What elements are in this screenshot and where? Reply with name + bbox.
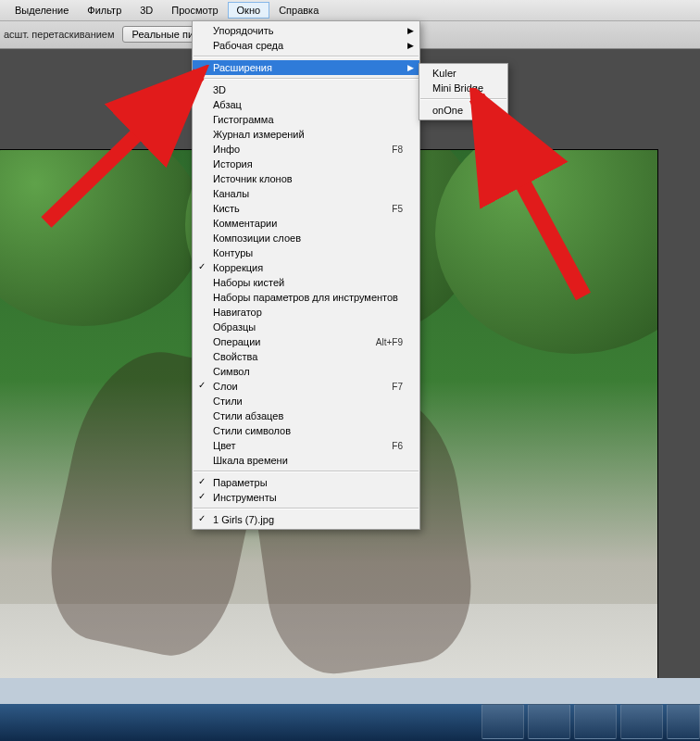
menu-row[interactable]: Журнал измерений xyxy=(193,127,419,142)
taskbar-button[interactable] xyxy=(481,704,524,739)
menu-row-label: Каналы xyxy=(213,188,249,199)
annotation-arrow-right xyxy=(454,88,611,310)
menu-separator xyxy=(194,508,419,509)
menu-row-label: Наборы параметров для инструментов xyxy=(213,292,398,303)
menu-row[interactable]: История xyxy=(193,157,419,171)
menu-row[interactable]: Рабочая среда▶ xyxy=(193,38,419,53)
window-gap xyxy=(0,678,700,704)
menu-row[interactable]: ✓Коррекция xyxy=(193,260,419,275)
menu-row-label: Свойства xyxy=(213,351,257,362)
svg-line-0 xyxy=(46,74,199,222)
menu-separator xyxy=(194,56,419,57)
menu-row-label: Символ xyxy=(213,366,250,377)
menu-row[interactable]: Контуры xyxy=(193,245,419,260)
menu-row-label: Абзац xyxy=(213,99,242,110)
menu-row[interactable]: Навигатор xyxy=(193,305,419,320)
menu-row-label: Журнал измерений xyxy=(213,129,305,140)
menu-item-3d[interactable]: 3D xyxy=(131,2,162,19)
menu-row[interactable]: ОперацииAlt+F9 xyxy=(193,334,419,349)
window-menu-dropdown: Упорядочить▶Рабочая среда▶Расширения▶3DА… xyxy=(192,20,420,530)
menu-row[interactable]: Стили абзацев xyxy=(193,408,419,423)
menu-row[interactable]: ✓1 Girls (7).jpg xyxy=(193,512,419,527)
check-icon: ✓ xyxy=(198,380,206,390)
menu-item-window[interactable]: Окно xyxy=(228,2,270,19)
menu-row-label: Рабочая среда xyxy=(213,40,283,51)
menu-separator xyxy=(194,471,419,472)
menu-shortcut: F8 xyxy=(392,144,403,155)
menu-shortcut: F6 xyxy=(392,441,403,451)
menu-row-label: Контуры xyxy=(213,247,253,258)
menu-row[interactable]: Свойства xyxy=(193,349,419,364)
menu-row-label: Композиции слоев xyxy=(213,232,301,244)
menu-row[interactable]: ЦветF6 xyxy=(193,438,419,453)
taskbar-button[interactable] xyxy=(574,704,617,739)
menu-row-label: Кисть xyxy=(213,203,240,214)
check-icon: ✓ xyxy=(198,491,206,501)
menu-row-label: Упорядочить xyxy=(213,25,273,36)
menu-row[interactable]: ✓Параметры xyxy=(193,475,419,490)
menu-row[interactable]: ИнфоF8 xyxy=(193,142,419,157)
menu-row-label: Инфо xyxy=(213,144,240,155)
menu-row[interactable]: Упорядочить▶ xyxy=(193,23,419,38)
menu-row[interactable]: ✓Инструменты xyxy=(193,490,419,505)
menu-separator xyxy=(194,78,419,80)
menu-item-filter[interactable]: Фильтр xyxy=(78,2,131,19)
menu-row-label: Параметры xyxy=(213,477,268,488)
menu-row[interactable]: Стили xyxy=(193,394,419,408)
menu-row[interactable]: Источник клонов xyxy=(193,171,419,186)
menu-item-view[interactable]: Просмотр xyxy=(162,2,227,19)
menu-bar: Выделение Фильтр 3D Просмотр Окно Справк… xyxy=(0,0,700,21)
menu-row[interactable]: Наборы параметров для инструментов xyxy=(193,290,419,305)
menu-row-label: 1 Girls (7).jpg xyxy=(213,514,274,525)
submenu-arrow-icon: ▶ xyxy=(407,63,414,72)
check-icon: ✓ xyxy=(198,261,206,271)
check-icon: ✓ xyxy=(198,513,206,523)
menu-row[interactable]: Гистограмма xyxy=(193,112,419,127)
submenu-arrow-icon: ▶ xyxy=(407,26,414,35)
annotation-arrow-left xyxy=(37,65,213,232)
menu-item-help[interactable]: Справка xyxy=(269,2,328,19)
menu-row-label: Операции xyxy=(213,336,260,347)
menu-shortcut: Alt+F9 xyxy=(376,337,403,347)
options-drag-label: асшт. перетаскиванием xyxy=(4,29,115,40)
menu-row-label: Слои xyxy=(213,381,238,392)
menu-row[interactable]: Абзац xyxy=(193,97,419,112)
menu-row[interactable]: 3D xyxy=(193,82,419,97)
check-icon: ✓ xyxy=(198,476,206,486)
menu-row[interactable]: КистьF5 xyxy=(193,201,419,216)
menu-row-label: Стили xyxy=(213,396,243,407)
taskbar-button[interactable] xyxy=(528,704,570,739)
taskbar-button[interactable] xyxy=(620,704,663,739)
taskbar-button[interactable] xyxy=(667,704,700,739)
menu-row-label: Комментарии xyxy=(213,218,277,229)
menu-row[interactable]: Комментарии xyxy=(193,216,419,231)
menu-row[interactable]: Шкала времени xyxy=(193,453,419,468)
menu-row[interactable]: Расширения▶ xyxy=(193,60,419,75)
menu-row-label: Навигатор xyxy=(213,307,262,318)
windows-taskbar xyxy=(0,704,700,741)
menu-row[interactable]: Символ xyxy=(193,364,419,379)
menu-shortcut: F5 xyxy=(392,204,403,214)
menu-row-label: Источник клонов xyxy=(213,173,293,184)
menu-row-label: Наборы кистей xyxy=(213,277,284,288)
menu-row[interactable]: Образцы xyxy=(193,320,419,334)
menu-row-label: Коррекция xyxy=(213,262,263,273)
menu-row-label: Гистограмма xyxy=(213,114,274,125)
menu-row[interactable]: Каналы xyxy=(193,186,419,201)
menu-row-label: Образцы xyxy=(213,321,256,333)
menu-row-label: Инструменты xyxy=(213,492,277,503)
menu-row-label: Стили абзацев xyxy=(213,410,283,421)
menu-row-label: Цвет xyxy=(213,440,236,451)
menu-row[interactable]: Наборы кистей xyxy=(193,275,419,290)
menu-shortcut: F7 xyxy=(392,382,403,392)
menu-row[interactable]: Стили символов xyxy=(193,423,419,438)
menu-row[interactable]: ✓СлоиF7 xyxy=(193,379,419,394)
menu-row-label: Расширения xyxy=(213,62,272,73)
svg-line-1 xyxy=(477,97,583,296)
menu-item-selection[interactable]: Выделение xyxy=(6,2,78,19)
submenu-row[interactable]: Kuler xyxy=(419,66,507,81)
submenu-arrow-icon: ▶ xyxy=(407,41,414,50)
menu-row-label: 3D xyxy=(213,84,226,95)
menu-row-label: Шкала времени xyxy=(213,455,288,466)
menu-row[interactable]: Композиции слоев xyxy=(193,231,419,245)
